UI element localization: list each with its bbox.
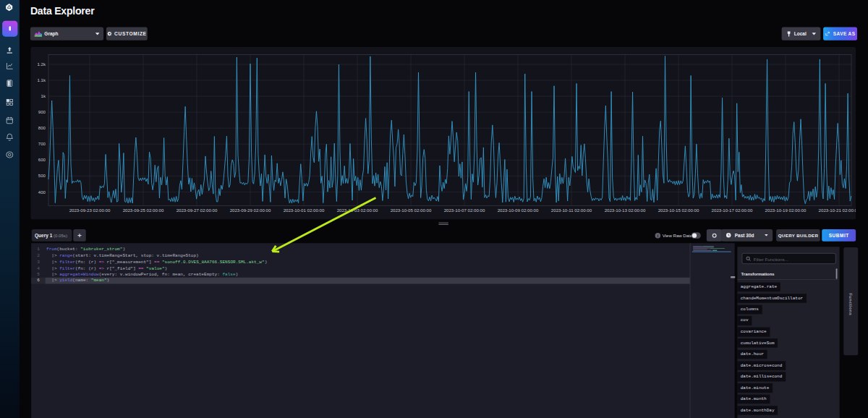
- svg-text:900: 900: [38, 109, 46, 114]
- svg-text:1k: 1k: [41, 93, 46, 98]
- svg-text:2023-10-01 02:00:00: 2023-10-01 02:00:00: [284, 208, 325, 213]
- svg-text:2023-10-17 02:00:00: 2023-10-17 02:00:00: [712, 208, 753, 213]
- svg-text:800: 800: [38, 125, 46, 130]
- svg-text:2023-10-11 02:00:00: 2023-10-11 02:00:00: [551, 208, 592, 213]
- svg-text:2023-10-21 02:00:00: 2023-10-21 02:00:00: [819, 208, 856, 213]
- svg-text:1.1k: 1.1k: [37, 77, 46, 82]
- svg-text:2023-10-13 02:00:00: 2023-10-13 02:00:00: [605, 208, 646, 213]
- svg-text:2023-10-05 02:00:00: 2023-10-05 02:00:00: [391, 208, 432, 213]
- svg-text:700: 700: [38, 141, 46, 146]
- svg-text:2023-09-27 02:00:00: 2023-09-27 02:00:00: [176, 208, 218, 213]
- svg-text:2023-09-29 02:00:00: 2023-09-29 02:00:00: [230, 208, 271, 213]
- svg-text:2023-10-09 02:00:00: 2023-10-09 02:00:00: [498, 208, 539, 213]
- svg-text:2023-10-07 02:00:00: 2023-10-07 02:00:00: [444, 208, 485, 213]
- svg-text:2023-09-25 02:00:00: 2023-09-25 02:00:00: [123, 208, 164, 213]
- svg-text:2023-09-23 02:00:00: 2023-09-23 02:00:00: [69, 208, 111, 213]
- svg-text:2023-10-19 02:00:00: 2023-10-19 02:00:00: [765, 208, 807, 213]
- svg-text:1.2k: 1.2k: [37, 61, 46, 67]
- svg-text:2023-10-03 02:00:00: 2023-10-03 02:00:00: [337, 208, 378, 213]
- svg-text:500: 500: [38, 173, 46, 178]
- svg-text:400: 400: [38, 189, 46, 195]
- svg-text:2023-10-15 02:00:00: 2023-10-15 02:00:00: [658, 208, 699, 213]
- svg-text:600: 600: [38, 157, 46, 162]
